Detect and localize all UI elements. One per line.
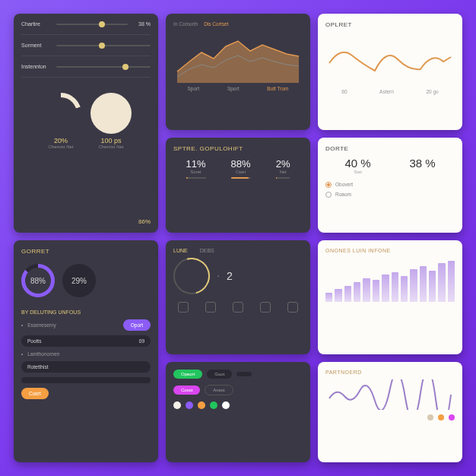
pct-num: 2% xyxy=(276,158,290,170)
tab-debs[interactable]: DEBS xyxy=(200,248,214,253)
bar xyxy=(420,266,427,302)
card-title: SPTRE. GOPULOHIFT xyxy=(173,145,303,152)
stat-num: 40 % xyxy=(344,157,370,170)
bar xyxy=(354,282,360,302)
chip-anest[interactable]: Anest xyxy=(205,385,233,395)
stat-lbl: Stat xyxy=(344,170,370,174)
radio-roaom[interactable]: Roaom xyxy=(325,192,455,198)
dot-icon[interactable] xyxy=(427,414,433,420)
tool-icon[interactable] xyxy=(287,302,298,313)
sliders-card: Chartire 38 % Sorment Instennton 20% Che… xyxy=(14,14,158,233)
slider-label: Sorment xyxy=(21,43,52,48)
slider-value: 38 % xyxy=(132,21,151,27)
slider-track[interactable] xyxy=(56,24,128,25)
radio-label: Roaom xyxy=(335,192,351,197)
icon-row xyxy=(173,302,303,313)
pct-num: 88% xyxy=(231,158,251,170)
tabs: LUNE DEBS xyxy=(173,248,303,253)
color-dot[interactable] xyxy=(173,401,181,409)
body: • 2 xyxy=(173,258,303,294)
chip-goot[interactable]: Goot xyxy=(207,370,232,379)
card-title: ONONES LUIN INFONE xyxy=(325,248,455,253)
legend: 80 Astern 20 go xyxy=(325,89,455,94)
progress-ring-icon: 29% xyxy=(62,264,96,297)
chip-row: Cosst Anest xyxy=(173,385,303,395)
chip-cosst[interactable]: Cosst xyxy=(173,386,200,395)
slider-label: Instennton xyxy=(21,64,52,69)
chips-card: Opeort Goot Cosst Anest xyxy=(166,362,310,462)
chip-opeort[interactable]: Opeort xyxy=(173,370,202,379)
donut-sub: Chemist Net xyxy=(40,144,81,149)
color-dot[interactable] xyxy=(222,401,230,409)
chip[interactable] xyxy=(236,372,252,376)
pill-input[interactable]: Pootts09 xyxy=(21,335,151,347)
pill-value: 09 xyxy=(139,338,144,344)
pill-label: Pootts xyxy=(27,338,41,344)
slider-chartire[interactable]: Chartire 38 % xyxy=(21,21,151,27)
dot-icon[interactable] xyxy=(449,414,455,420)
tool-icon[interactable] xyxy=(233,302,243,313)
pill-input[interactable]: Rotetthist xyxy=(21,361,151,373)
tab[interactable]: In Comorth xyxy=(173,21,198,27)
color-dot[interactable] xyxy=(198,401,205,409)
list-item[interactable]: • Lamthonornen xyxy=(21,351,151,357)
slider-track[interactable] xyxy=(56,66,151,68)
area-chart-card: In Comorth Dis Cortset Sport Sport Bott … xyxy=(166,14,310,130)
legend-item: Sport xyxy=(187,86,199,91)
dot-icon[interactable] xyxy=(438,414,444,420)
bar xyxy=(373,280,379,302)
slider-instennton[interactable]: Instennton xyxy=(21,64,151,69)
legend-item: 80 xyxy=(341,89,347,94)
donut-row: 20% Chemist Net 100 ps Chemist Net xyxy=(21,93,151,149)
radio-obovert[interactable]: Obovert xyxy=(325,182,455,188)
radio-group: Obovert Roaom xyxy=(325,182,455,198)
pct-item: 88% Opet xyxy=(231,158,251,179)
stat-col: 2 xyxy=(227,270,233,282)
pill-label: Rotetthist xyxy=(27,364,48,370)
bar xyxy=(448,261,455,302)
ring-value: 29% xyxy=(71,277,87,285)
chip-row: Opeort Goot xyxy=(173,370,303,379)
oport-button[interactable]: Oport xyxy=(123,319,151,331)
stat-item: 38 % xyxy=(409,157,435,174)
stats-row: 40 % Stat 38 % xyxy=(325,157,455,174)
section-header: BY DELUTING UNFOUS xyxy=(21,309,151,315)
list-item[interactable]: • EssenesenryOport xyxy=(21,319,151,331)
bar-chart xyxy=(325,256,455,302)
tab-active[interactable]: Dis Cortset xyxy=(204,21,228,27)
footer-pct: 86% xyxy=(21,218,151,225)
wave-chart-card: PARTNOERD xyxy=(318,362,462,462)
donut-value: 100 ps xyxy=(90,137,132,144)
coert-button[interactable]: Coert xyxy=(21,388,49,399)
card-title: OPLRET xyxy=(325,21,455,28)
tool-icon[interactable] xyxy=(178,302,189,313)
gorret-card: GORRET 88% 29% BY DELUTING UNFOUS • Esse… xyxy=(14,240,158,462)
slider-track[interactable] xyxy=(56,45,151,46)
slider-sorment[interactable]: Sorment xyxy=(21,43,151,48)
stat-item: 40 % Stat xyxy=(344,157,370,174)
pct-item: 2% Net xyxy=(276,158,290,179)
radio-dot-icon xyxy=(325,192,332,198)
divider xyxy=(21,56,151,56)
legend-item: Sport xyxy=(227,86,240,91)
tab-lune[interactable]: LUNE xyxy=(173,248,188,253)
pill-input[interactable] xyxy=(21,377,151,383)
stats-card: DORTE 40 % Stat 38 % Obovert Roaom xyxy=(318,138,462,233)
footer-dots xyxy=(325,414,455,420)
color-dot[interactable] xyxy=(210,401,217,409)
bar xyxy=(231,177,251,179)
wave-chart xyxy=(325,379,455,410)
donut-value: 20% xyxy=(40,137,81,144)
radio-label: Obovert xyxy=(335,182,353,187)
bar xyxy=(276,177,290,179)
pct-card: SPTRE. GOPULOHIFT 11% Soret 88% Opet 2% … xyxy=(166,138,310,233)
lune-card: LUNE DEBS • 2 xyxy=(166,240,310,354)
bar-chart-card: ONONES LUIN INFONE xyxy=(318,240,462,354)
legend-item: 20 go xyxy=(426,89,438,94)
line-chart xyxy=(325,33,455,86)
item-label: Lamthonornen xyxy=(27,351,59,357)
tool-icon[interactable] xyxy=(260,302,271,313)
bar xyxy=(438,263,445,302)
tool-icon[interactable] xyxy=(205,302,216,313)
color-dot[interactable] xyxy=(186,401,193,409)
